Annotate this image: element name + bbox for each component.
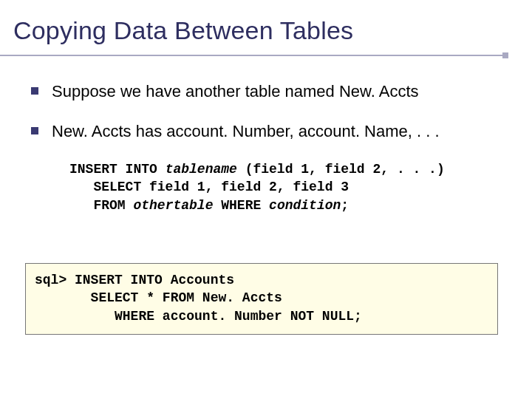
code-line: SELECT field 1, field 2, field 3 <box>69 180 349 194</box>
code-line: FROM othertable WHERE condition; <box>69 198 349 213</box>
slide-title: Copying Data Between Tables <box>13 16 353 45</box>
slide: Copying Data Between Tables Suppose we h… <box>0 0 532 399</box>
sql-line: sql> INSERT INTO Accounts <box>35 273 234 287</box>
code-template: INSERT INTO tablename (field 1, field 2,… <box>69 160 504 214</box>
bullet-item: Suppose we have another table named New.… <box>31 81 504 102</box>
bullet-text: New. Accts has account. Number, account.… <box>52 121 440 142</box>
bullet-item: New. Accts has account. Number, account.… <box>31 121 504 142</box>
sql-example-box: sql> INSERT INTO Accounts SELECT * FROM … <box>25 263 498 335</box>
square-bullet-icon <box>31 127 38 134</box>
sql-line: SELECT * FROM New. Accts <box>35 290 282 305</box>
title-block: Copying Data Between Tables <box>13 16 353 45</box>
bullet-text: Suppose we have another table named New.… <box>52 81 419 102</box>
code-line: INSERT INTO tablename (field 1, field 2,… <box>69 162 445 177</box>
sql-line: WHERE account. Number NOT NULL; <box>35 309 362 324</box>
title-underline <box>0 55 505 56</box>
square-bullet-icon <box>31 87 38 95</box>
body: Suppose we have another table named New.… <box>31 81 504 214</box>
